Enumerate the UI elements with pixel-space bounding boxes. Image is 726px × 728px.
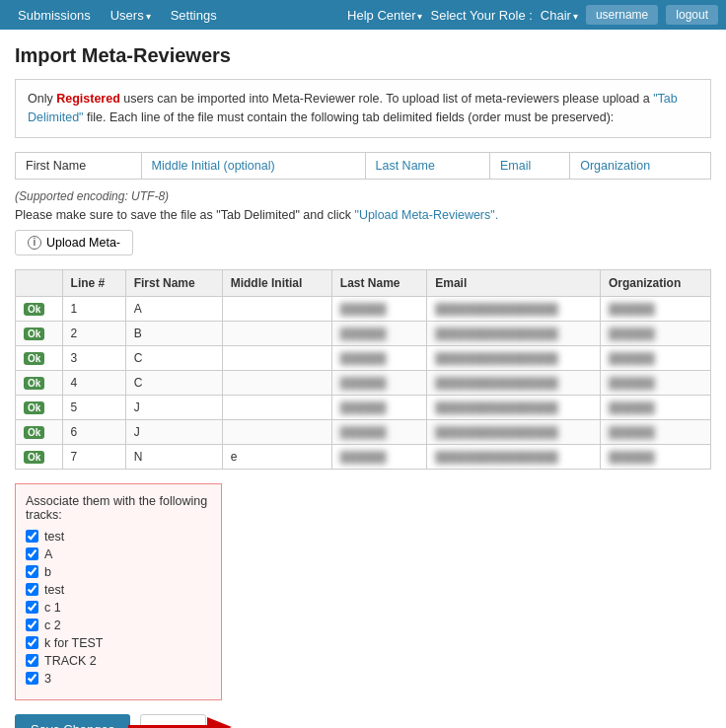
action-area: Save Changes Cancel xyxy=(15,714,711,729)
logout-button[interactable]: logout xyxy=(666,5,718,25)
col-header-3: Middle Initial xyxy=(222,269,331,296)
upload-link[interactable]: "Upload Meta-Reviewers". xyxy=(354,208,498,222)
col-header-0 xyxy=(16,269,63,296)
save-note: Please make sure to save the file as "Ta… xyxy=(15,208,711,222)
users-dropdown-icon: ▾ xyxy=(146,11,151,22)
track-label-7: TRACK 2 xyxy=(44,654,97,668)
col-header-4: Last Name xyxy=(331,269,426,296)
track-label-0: test xyxy=(44,530,64,544)
row-email: ████████████████ xyxy=(435,352,558,364)
row-last-name: ██████ xyxy=(340,401,387,413)
ok-badge: Ok xyxy=(24,426,44,439)
row-middle-initial xyxy=(222,345,331,370)
table-row: Ok4C████████████████████████████ xyxy=(16,370,711,395)
track-item: c 1 xyxy=(26,601,211,615)
nav-users[interactable]: Users▾ xyxy=(101,2,161,29)
track-label-6: k for TEST xyxy=(44,636,104,650)
table-row: Ok7Ne████████████████████████████ xyxy=(16,444,711,469)
track-checkbox-7[interactable] xyxy=(26,654,38,667)
row-line: 1 xyxy=(62,296,125,321)
row-last-name: ██████ xyxy=(340,377,387,389)
row-first-name: A xyxy=(125,296,222,321)
track-checkbox-6[interactable] xyxy=(26,636,38,649)
row-first-name: C xyxy=(125,370,222,395)
tracks-section: Associate them with the following tracks… xyxy=(15,483,222,700)
track-item: c 2 xyxy=(26,619,211,632)
field-col-2: Last Name xyxy=(365,152,490,179)
track-label-4: c 1 xyxy=(44,601,61,615)
track-checkbox-2[interactable] xyxy=(26,565,38,578)
nav-settings[interactable]: Settings xyxy=(161,2,227,29)
page-content: Import Meta-Reviewers Only Registered us… xyxy=(0,30,726,728)
page-title: Import Meta-Reviewers xyxy=(15,44,711,67)
svg-marker-1 xyxy=(207,717,232,729)
upload-button[interactable]: i Upload Meta- xyxy=(15,230,133,255)
track-item: TRACK 2 xyxy=(26,654,211,668)
track-checkbox-3[interactable] xyxy=(26,583,38,596)
field-col-0: First Name xyxy=(16,152,142,179)
ok-badge: Ok xyxy=(24,377,44,390)
track-item: test xyxy=(26,530,211,544)
track-item: k for TEST xyxy=(26,636,211,650)
row-last-name: ██████ xyxy=(340,426,387,438)
help-dropdown-icon: ▾ xyxy=(417,11,422,22)
red-arrow xyxy=(118,712,237,729)
col-header-6: Organization xyxy=(600,269,710,296)
ok-badge: Ok xyxy=(24,303,44,316)
row-line: 2 xyxy=(62,321,125,345)
info-text-1: Only xyxy=(28,92,56,106)
field-col-3: Email xyxy=(490,152,570,179)
track-item: 3 xyxy=(26,672,211,686)
track-label-2: b xyxy=(44,565,51,579)
row-last-name: ██████ xyxy=(340,451,387,463)
track-label-3: test xyxy=(44,583,64,597)
row-organization: ██████ xyxy=(609,303,655,315)
track-checkbox-0[interactable] xyxy=(26,530,38,543)
data-table: Line #First NameMiddle InitialLast NameE… xyxy=(15,269,711,470)
info-icon: i xyxy=(28,236,41,250)
table-row: Ok2B████████████████████████████ xyxy=(16,321,711,345)
role-selector[interactable]: Chair▾ xyxy=(541,8,578,23)
track-checkbox-8[interactable] xyxy=(26,672,38,685)
track-checkbox-4[interactable] xyxy=(26,601,38,614)
row-line: 4 xyxy=(62,370,125,395)
row-organization: ██████ xyxy=(609,451,655,463)
col-header-2: First Name xyxy=(125,269,222,296)
role-label: Select Your Role : xyxy=(430,8,532,23)
row-line: 5 xyxy=(62,395,125,419)
nav-submissions[interactable]: Submissions xyxy=(8,2,101,29)
track-item: test xyxy=(26,583,211,597)
track-label-1: A xyxy=(44,547,52,561)
track-item: b xyxy=(26,565,211,579)
row-first-name: C xyxy=(125,345,222,370)
table-row: Ok1A████████████████████████████ xyxy=(16,296,711,321)
track-checkbox-5[interactable] xyxy=(26,619,38,631)
row-middle-initial xyxy=(222,296,331,321)
info-registered: Registered xyxy=(56,92,120,106)
row-email: ████████████████ xyxy=(435,401,558,413)
role-dropdown-icon: ▾ xyxy=(573,11,578,22)
row-organization: ██████ xyxy=(609,328,655,339)
username-button[interactable]: username xyxy=(586,5,658,25)
save-button[interactable]: Save Changes xyxy=(15,714,130,729)
table-row: Ok5J████████████████████████████ xyxy=(16,395,711,419)
table-row: Ok6J████████████████████████████ xyxy=(16,419,711,444)
col-header-1: Line # xyxy=(62,269,125,296)
tracks-label: Associate them with the following tracks… xyxy=(26,494,211,522)
row-line: 7 xyxy=(62,444,125,469)
row-first-name: B xyxy=(125,321,222,345)
field-col-1: Middle Initial (optional) xyxy=(141,152,365,179)
row-first-name: J xyxy=(125,395,222,419)
field-table: First NameMiddle Initial (optional)Last … xyxy=(15,152,711,180)
ok-badge: Ok xyxy=(24,328,44,340)
track-label-8: 3 xyxy=(44,672,51,686)
row-organization: ██████ xyxy=(609,352,655,364)
table-row: Ok3C████████████████████████████ xyxy=(16,345,711,370)
row-organization: ██████ xyxy=(609,377,655,389)
top-navigation: Submissions Users▾ Settings Help Center▾… xyxy=(0,0,726,30)
info-box: Only Registered users can be imported in… xyxy=(15,79,711,138)
help-center-link[interactable]: Help Center▾ xyxy=(347,8,422,23)
row-line: 3 xyxy=(62,345,125,370)
track-checkbox-1[interactable] xyxy=(26,547,38,560)
row-last-name: ██████ xyxy=(340,352,387,364)
